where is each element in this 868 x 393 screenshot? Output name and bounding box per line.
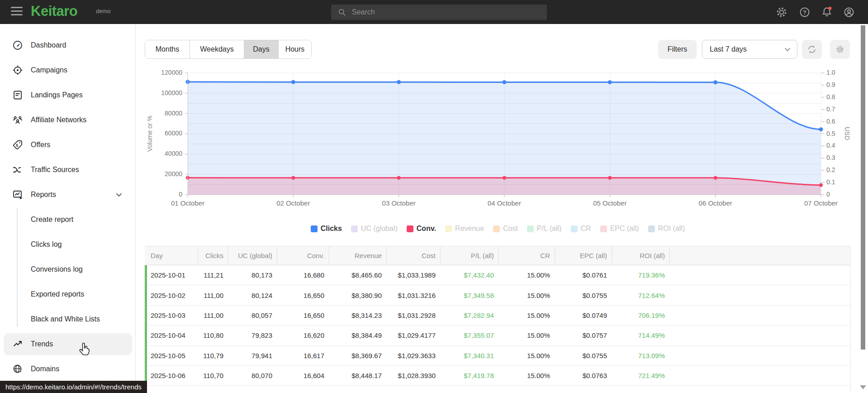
trends-icon <box>12 339 23 350</box>
column-header[interactable]: CR <box>498 246 555 265</box>
sidebar-item-reports[interactable]: Reports <box>0 182 136 207</box>
table-cell: $7,419.78 <box>440 366 498 385</box>
tab-hours[interactable]: Hours <box>278 40 311 58</box>
sidebar-item-label: Trends <box>31 340 53 348</box>
search-input[interactable] <box>352 8 547 16</box>
table-row[interactable]: 2025-10-02111,0080,12416,650$8,380.90$1,… <box>145 285 851 305</box>
sidebar-item-traffic-sources[interactable]: Traffic Sources <box>0 157 136 182</box>
table-cell: 16,620 <box>277 326 329 345</box>
table-cell: $8,369.67 <box>329 346 386 365</box>
legend-label: ROI (all) <box>658 225 685 233</box>
account-button[interactable] <box>843 6 855 19</box>
table-cell: 80,057 <box>228 306 277 325</box>
y-axis-left-tick: 120000 <box>146 69 182 76</box>
legend-item[interactable]: Conv. <box>407 225 436 233</box>
table-row[interactable]: 2025-10-05110,7979,94116,617$8,369.67$1,… <box>145 346 851 366</box>
date-range-value: Last 7 days <box>710 45 784 53</box>
column-header[interactable]: Conv. <box>277 246 329 265</box>
data-point <box>503 80 507 84</box>
settings-button[interactable] <box>775 6 788 19</box>
sidebar-item-offers[interactable]: $ Offers <box>0 132 136 157</box>
column-header[interactable]: P/L (all) <box>440 246 498 265</box>
gear-icon <box>835 45 844 54</box>
tab-days[interactable]: Days <box>244 40 278 58</box>
sidebar-item-domains[interactable]: Domains <box>0 356 136 381</box>
legend-swatch <box>527 225 534 232</box>
date-range-select[interactable]: Last 7 days <box>702 40 797 59</box>
table-cell: 16,650 <box>277 285 329 305</box>
table-cell: 702.41% <box>612 386 669 393</box>
legend-item[interactable]: CR <box>571 225 591 233</box>
offers-icon: $ <box>12 139 23 150</box>
legend-item[interactable]: EPC (all) <box>600 225 639 233</box>
scrollbar-down-arrow[interactable] <box>860 385 866 389</box>
table-cell: $0.0652 <box>555 386 612 393</box>
domains-icon <box>12 364 23 374</box>
table-cell: $1,029.4177 <box>386 326 440 345</box>
y-axis-right-tick: 0.8 <box>826 93 844 101</box>
refresh-button[interactable] <box>802 40 822 59</box>
y-axis-left-tick: 60000 <box>146 129 182 137</box>
sidebar-item-dashboard[interactable]: Dashboard <box>0 33 136 58</box>
legend-item[interactable]: P/L (all) <box>527 225 562 233</box>
scrollbar-thumb[interactable] <box>861 25 865 350</box>
sidebar-item-create-report[interactable]: Create report <box>0 207 136 232</box>
table-cell: 79,823 <box>228 326 277 345</box>
column-header[interactable]: Clicks <box>198 246 228 265</box>
x-axis-label: 06 October <box>684 199 747 207</box>
sidebar-item-clicks-log[interactable]: Clicks log <box>0 232 136 257</box>
column-header[interactable]: UC (global) <box>228 246 277 265</box>
filters-button[interactable]: Filters <box>658 40 697 59</box>
campaigns-icon <box>12 65 23 76</box>
tab-weekdays[interactable]: Weekdays <box>190 40 244 58</box>
legend-item[interactable]: Revenue <box>445 225 484 233</box>
table-cell: 110,80 <box>198 326 228 345</box>
table-row[interactable]: 2025-10-03111,0080,05716,650$8,314.23$1,… <box>145 306 851 326</box>
legend-item[interactable]: UC (global) <box>351 225 398 233</box>
notifications-button[interactable] <box>821 6 833 19</box>
legend-item[interactable]: Clicks <box>311 225 342 233</box>
table-row[interactable]: 2025-10-04110,8079,82316,620$8,384.49$1,… <box>145 326 851 345</box>
y-axis-left-tick: 80000 <box>146 110 182 117</box>
table-cell: 15.00% <box>498 366 555 385</box>
tab-months[interactable]: Months <box>145 40 190 58</box>
table-cell: 111,00 <box>198 285 228 305</box>
series-line-1 <box>188 178 821 185</box>
sidebar-item-black-and-white-lists[interactable]: Black and White Lists <box>0 307 136 331</box>
column-header[interactable]: Day <box>145 246 198 265</box>
table-cell: 2025-10-04 <box>145 326 198 345</box>
table-body: 2025-10-01111,2180,17316,680$8,465.60$1,… <box>145 265 851 393</box>
legend-label: P/L (all) <box>537 225 562 233</box>
legend-item[interactable]: Cost <box>493 225 518 233</box>
sidebar-item-campaigns[interactable]: Campaigns <box>0 58 136 82</box>
data-point <box>713 80 717 84</box>
column-header-empty <box>669 246 851 265</box>
help-button[interactable]: ? <box>798 6 811 19</box>
table-cell: $1,029.3633 <box>386 346 440 365</box>
table-row[interactable]: 2025-10-01111,2180,17316,680$8,465.60$1,… <box>145 265 851 285</box>
sidebar-item-trends[interactable]: Trends <box>0 331 136 356</box>
table-cell: 15.00% <box>498 386 555 393</box>
legend-swatch <box>648 225 655 232</box>
column-header[interactable]: Revenue <box>329 246 386 265</box>
sidebar-item-label: Conversions log <box>31 265 83 273</box>
column-header[interactable]: ROI (all) <box>612 246 669 265</box>
chart-settings-button[interactable] <box>830 40 850 59</box>
table-cell: 110,79 <box>198 346 228 365</box>
column-header[interactable]: EPC (all) <box>555 246 612 265</box>
sidebar-item-exported-reports[interactable]: Exported reports <box>0 282 136 307</box>
global-search[interactable] <box>331 5 547 20</box>
table-cell: $0.0755 <box>555 285 612 305</box>
chevron-down-icon <box>784 48 791 52</box>
sidebar-item-landings-pages[interactable]: Landings Pages <box>0 82 136 107</box>
column-header[interactable]: Cost <box>386 246 440 265</box>
menu-toggle-icon[interactable] <box>11 7 23 17</box>
legend-item[interactable]: ROI (all) <box>648 225 685 233</box>
table-row[interactable]: 2025-10-06110,7080,07016,604$8,448.17$1,… <box>145 366 851 386</box>
sidebar-item-conversions-log[interactable]: Conversions log <box>0 257 136 282</box>
table-row[interactable]: 2025-10-0764,4044,4579,449$4,795.36$597.… <box>145 386 851 393</box>
sidebar: Dashboard Campaigns Landings Pages Affil… <box>0 24 136 393</box>
y-axis-right-tick: 0 <box>826 191 844 198</box>
sidebar-item-affiliate-networks[interactable]: Affiliate Networks <box>0 107 136 132</box>
table-cell: $8,380.90 <box>329 285 386 305</box>
